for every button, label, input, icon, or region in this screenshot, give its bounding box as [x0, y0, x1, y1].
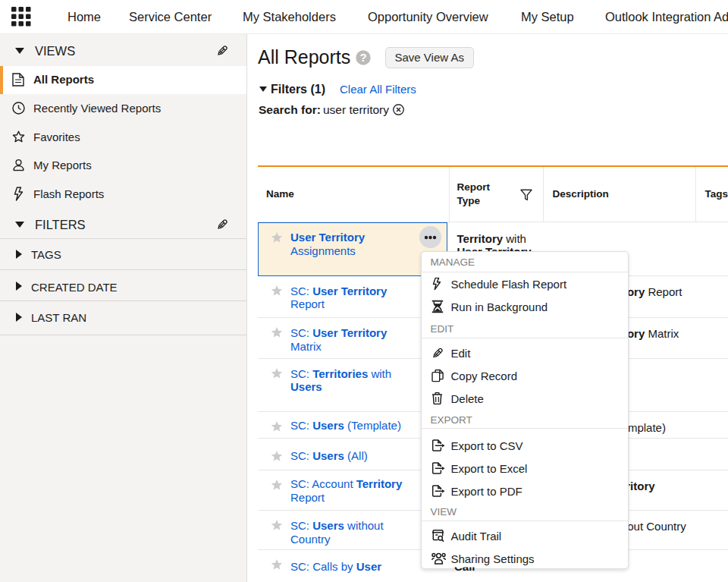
svg-text:?: ?: [359, 51, 366, 64]
